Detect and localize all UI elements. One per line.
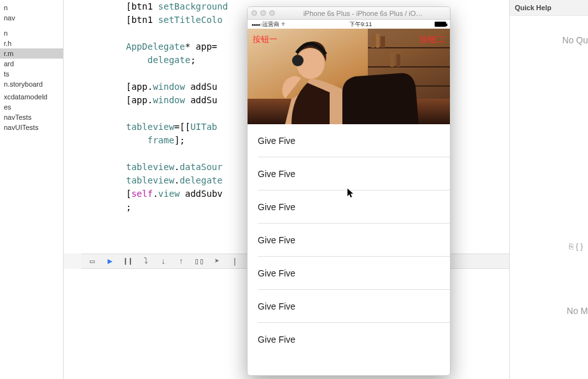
- nav-item[interactable]: ard: [0, 59, 63, 69]
- simulator-screen[interactable]: 按钮一 按钮二: [248, 29, 450, 375]
- nav-item[interactable]: n: [0, 3, 63, 13]
- nav-item[interactable]: ts: [0, 69, 63, 79]
- step-over-icon[interactable]: ⤵: [139, 255, 153, 267]
- nav-item[interactable]: nav: [0, 13, 63, 23]
- nav-item[interactable]: navTests: [0, 112, 63, 122]
- no-matches-label: No M: [567, 306, 588, 316]
- nav-item[interactable]: navUITests: [0, 122, 63, 132]
- pause-icon[interactable]: ❙❙: [121, 255, 135, 267]
- quick-help-header: Quick Help: [510, 0, 588, 16]
- carrier-label: 运营商 ᯤ: [251, 20, 287, 29]
- step-into-icon[interactable]: ↓: [157, 255, 171, 267]
- battery-icon: [435, 22, 446, 27]
- table-cell[interactable]: Give Five: [248, 224, 450, 257]
- breakpoint-icon[interactable]: ▶: [103, 255, 117, 267]
- table-header-image: 按钮一 按钮二: [248, 29, 450, 124]
- quick-help-body: No Qu: [510, 16, 588, 45]
- svg-rect-6: [376, 34, 379, 48]
- step-out-icon[interactable]: ↑: [174, 255, 188, 267]
- project-navigator[interactable]: n nav n r.h r.m ard ts n.storyboard xcda…: [0, 0, 64, 379]
- simulator-titlebar[interactable]: iPhone 6s Plus - iPhone 6s Plus / iO…: [248, 7, 450, 20]
- table-cell[interactable]: Give Five: [248, 190, 450, 224]
- table-cell[interactable]: Give Five: [248, 290, 450, 323]
- toggle-debug-area-icon[interactable]: ▭: [85, 255, 99, 267]
- svg-rect-9: [396, 54, 400, 67]
- library-tabs[interactable]: ⎘ { }: [569, 242, 583, 251]
- svg-rect-5: [371, 35, 375, 48]
- wifi-icon: ᯤ: [281, 21, 287, 27]
- table-cell[interactable]: Give Five: [248, 157, 450, 190]
- inspector-panel: Quick Help No Qu ⎘ { } No M: [509, 0, 588, 379]
- window-traffic-lights[interactable]: [251, 10, 275, 16]
- svg-point-12: [292, 55, 304, 66]
- svg-rect-8: [390, 53, 394, 67]
- table-view[interactable]: Give Five Give Five Give Five Give Five …: [248, 124, 450, 375]
- table-cell[interactable]: Give Five: [248, 323, 450, 356]
- debug-view-icon[interactable]: ▯▯: [192, 255, 206, 267]
- nav-item[interactable]: r.h: [0, 38, 63, 48]
- nav-item[interactable]: n: [0, 28, 63, 38]
- ios-simulator-window[interactable]: iPhone 6s Plus - iPhone 6s Plus / iO… 运营…: [247, 6, 451, 376]
- zoom-icon[interactable]: [269, 10, 275, 16]
- simulator-status-bar: 运营商 ᯤ 下午9:11: [248, 20, 450, 29]
- clock-label: 下午9:11: [349, 20, 372, 29]
- simulator-title: iPhone 6s Plus - iPhone 6s Plus / iO…: [280, 10, 446, 17]
- nav-item[interactable]: es: [0, 102, 63, 112]
- minimize-icon[interactable]: [260, 10, 266, 16]
- svg-rect-7: [381, 36, 385, 48]
- table-cell[interactable]: Give Five: [248, 124, 450, 157]
- close-icon[interactable]: [251, 10, 257, 16]
- header-button-right[interactable]: 按钮二: [420, 34, 445, 45]
- nav-item[interactable]: xcdatamodeld: [0, 92, 63, 102]
- nav-item[interactable]: n.storyboard: [0, 79, 63, 89]
- location-icon[interactable]: ➤: [210, 255, 224, 267]
- header-button-left[interactable]: 按钮一: [253, 34, 277, 45]
- divider-icon: |: [228, 255, 242, 267]
- nav-item-selected[interactable]: r.m: [0, 48, 63, 59]
- table-cell[interactable]: Give Five: [248, 257, 450, 290]
